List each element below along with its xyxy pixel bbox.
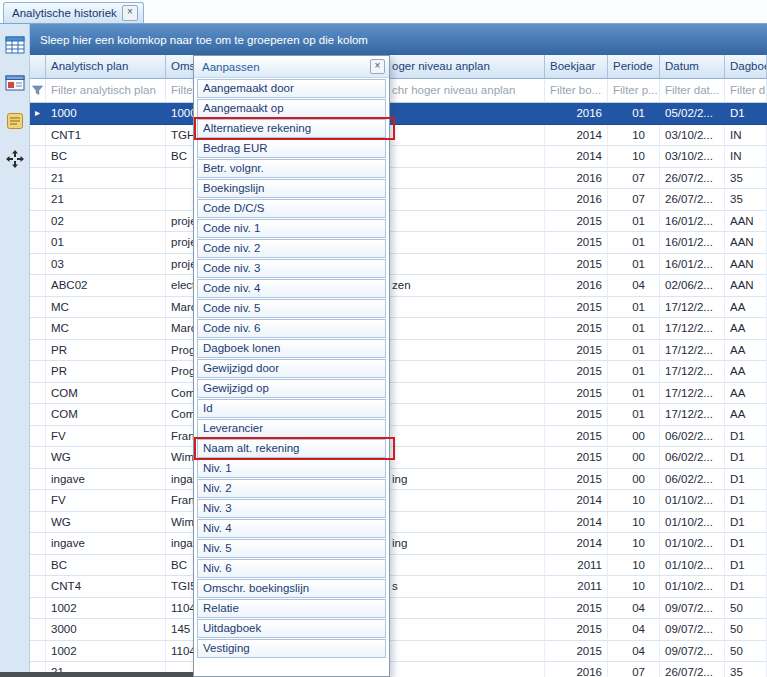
cell-datum[interactable]: 17/12/2...	[660, 297, 725, 319]
field-list-item[interactable]: Bedrag EUR	[197, 139, 386, 158]
sidebar-grid-button[interactable]	[2, 32, 28, 58]
cell-plan[interactable]: CNT1	[46, 125, 166, 147]
cell-boekjaar[interactable]: 2015	[545, 361, 608, 383]
cell-periode[interactable]: 01	[608, 383, 660, 405]
cell-datum[interactable]: 01/10/2...	[660, 576, 725, 598]
cell-periode[interactable]: 00	[608, 469, 660, 491]
cell-periode[interactable]: 01	[608, 404, 660, 426]
cell-periode[interactable]: 10	[608, 125, 660, 147]
table-row[interactable]: CNT1TGH20141003/10/2...IN	[30, 125, 767, 147]
cell-datum[interactable]: 17/12/2...	[660, 361, 725, 383]
cell-plan[interactable]: COM	[46, 404, 166, 426]
table-row[interactable]: BCBC20141003/10/2...IN	[30, 146, 767, 168]
cell-periode[interactable]: 10	[608, 576, 660, 598]
cell-plan[interactable]: 21	[46, 189, 166, 211]
field-list-item[interactable]: Code niv. 4	[197, 279, 386, 298]
cell-periode[interactable]: 04	[608, 275, 660, 297]
cell-plan[interactable]: MC	[46, 297, 166, 319]
field-list-item[interactable]: Omschr. boekingslijn	[197, 579, 386, 598]
cell-datum[interactable]: 17/12/2...	[660, 340, 725, 362]
cell-dagboek[interactable]: D1	[725, 512, 767, 534]
cell-periode[interactable]: 01	[608, 361, 660, 383]
cell-boekjaar[interactable]: 2016	[545, 275, 608, 297]
field-list-item[interactable]: Dagboek lonen	[197, 339, 386, 358]
field-list-item[interactable]: Code niv. 6	[197, 319, 386, 338]
cell-dagboek[interactable]: AA	[725, 404, 767, 426]
field-list-item[interactable]: Naam alt. rekening	[197, 439, 386, 458]
cell-periode[interactable]: 04	[608, 641, 660, 663]
column-header-plan[interactable]: Analytisch plan	[46, 55, 166, 79]
cell-periode[interactable]: 01	[608, 232, 660, 254]
cell-datum[interactable]: 16/01/2...	[660, 232, 725, 254]
table-row[interactable]: 2120160726/07/2...35	[30, 168, 767, 190]
cell-boekjaar[interactable]: 2014	[545, 125, 608, 147]
cell-boekjaar[interactable]: 2015	[545, 619, 608, 641]
table-row[interactable]: FVFran20150006/02/2...D1	[30, 426, 767, 448]
cell-boekjaar[interactable]: 2011	[545, 576, 608, 598]
cell-plan[interactable]: ingave	[46, 533, 166, 555]
cell-plan[interactable]: BC	[46, 555, 166, 577]
column-header-datum[interactable]: Datum	[660, 55, 725, 79]
cell-boekjaar[interactable]: 2014	[545, 533, 608, 555]
cell-periode[interactable]: 00	[608, 447, 660, 469]
cell-datum[interactable]: 01/10/2...	[660, 555, 725, 577]
cell-boekjaar[interactable]: 2015	[545, 318, 608, 340]
cell-plan[interactable]: 21	[46, 168, 166, 190]
cell-datum[interactable]: 09/07/2...	[660, 598, 725, 620]
cell-dagboek[interactable]: AAN	[725, 232, 767, 254]
tab-close-button[interactable]: ×	[122, 5, 138, 21]
field-list-item[interactable]: Aangemaakt door	[197, 79, 386, 98]
cell-periode[interactable]: 01	[608, 340, 660, 362]
cell-boekjaar[interactable]: 2015	[545, 469, 608, 491]
cell-periode[interactable]: 01	[608, 254, 660, 276]
field-list-item[interactable]: Niv. 6	[197, 559, 386, 578]
table-row[interactable]: 1002110420150409/07/2...50	[30, 641, 767, 663]
cell-boekjaar[interactable]: 2015	[545, 383, 608, 405]
cell-plan[interactable]: BC	[46, 146, 166, 168]
cell-periode[interactable]: 07	[608, 189, 660, 211]
cell-periode[interactable]: 01	[608, 103, 660, 125]
table-row[interactable]: PRProg20150117/12/2...AA	[30, 361, 767, 383]
cell-periode[interactable]: 10	[608, 533, 660, 555]
cell-datum[interactable]: 06/02/2...	[660, 469, 725, 491]
cell-plan[interactable]: CNT4	[46, 576, 166, 598]
cell-boekjaar[interactable]: 2015	[545, 447, 608, 469]
cell-dagboek[interactable]: D1	[725, 555, 767, 577]
cell-datum[interactable]: 01/10/2...	[660, 490, 725, 512]
cell-plan[interactable]: 3000	[46, 619, 166, 641]
table-row[interactable]: PRProg20150117/12/2...AA	[30, 340, 767, 362]
cell-periode[interactable]: 10	[608, 146, 660, 168]
tab-analytische-historiek[interactable]: Analytische historiek ×	[3, 2, 144, 23]
cell-datum[interactable]: 02/06/2...	[660, 275, 725, 297]
table-row[interactable]: 1002110420150409/07/2...50	[30, 598, 767, 620]
cell-periode[interactable]: 01	[608, 318, 660, 340]
cell-datum[interactable]: 16/01/2...	[660, 254, 725, 276]
cell-datum[interactable]: 17/12/2...	[660, 318, 725, 340]
cell-plan[interactable]: COM	[46, 383, 166, 405]
cell-periode[interactable]: 10	[608, 555, 660, 577]
column-header-boekjaar[interactable]: Boekjaar	[545, 55, 608, 79]
cell-boekjaar[interactable]: 2015	[545, 211, 608, 233]
cell-periode[interactable]: 04	[608, 619, 660, 641]
cell-boekjaar[interactable]: 2016	[545, 189, 608, 211]
cell-boekjaar[interactable]: 2015	[545, 254, 608, 276]
table-row[interactable]: ingaveingaving20150006/02/2...D1	[30, 469, 767, 491]
table-row[interactable]: MCMarc20150117/12/2...AA	[30, 318, 767, 340]
cell-plan[interactable]: 01	[46, 232, 166, 254]
table-row[interactable]: COMCom20150117/12/2...AA	[30, 383, 767, 405]
cell-datum[interactable]: 06/02/2...	[660, 426, 725, 448]
cell-dagboek[interactable]: D1	[725, 576, 767, 598]
cell-periode[interactable]: 07	[608, 168, 660, 190]
table-row[interactable]: 01proje20150116/01/2...AAN	[30, 232, 767, 254]
cell-dagboek[interactable]: IN	[725, 125, 767, 147]
cell-dagboek[interactable]: 35	[725, 189, 767, 211]
column-header-dagboek[interactable]: Dagboe...	[725, 55, 767, 79]
group-by-panel[interactable]: Sleep hier een kolomkop naar toe om te g…	[30, 24, 767, 55]
cell-boekjaar[interactable]: 2016	[545, 168, 608, 190]
cell-dagboek[interactable]: 50	[725, 598, 767, 620]
cell-datum[interactable]: 05/02/2...	[660, 103, 725, 125]
cell-dagboek[interactable]: AA	[725, 318, 767, 340]
cell-dagboek[interactable]: 50	[725, 619, 767, 641]
cell-boekjaar[interactable]: 2015	[545, 426, 608, 448]
popup-close-button[interactable]: ×	[370, 59, 385, 74]
